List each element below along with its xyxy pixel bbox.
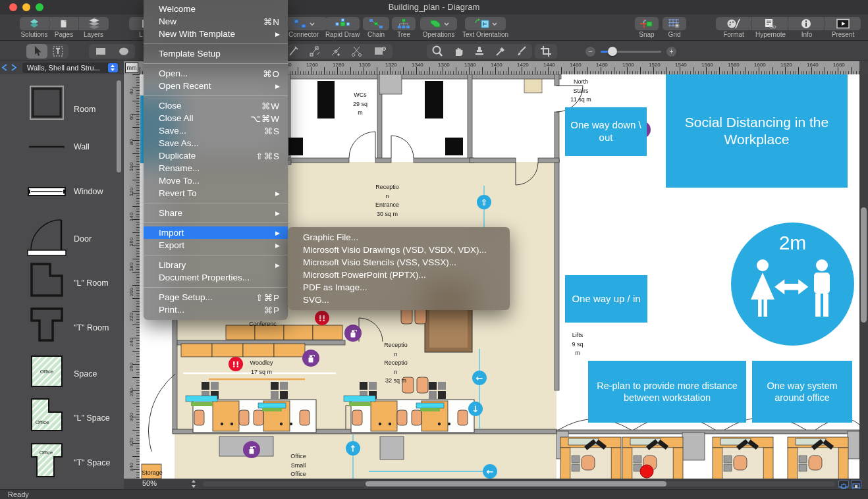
ellipse-tool[interactable] [112, 44, 135, 59]
hypernote-button[interactable] [752, 17, 788, 30]
zoom-slider-thumb[interactable] [608, 47, 617, 56]
label-reception-entrance: Receptio n Entrance 30 sq m [367, 183, 408, 219]
text-tool[interactable] [47, 44, 68, 59]
magnifier-icon [431, 45, 444, 58]
menu-item-export[interactable]: Export▶ [144, 239, 288, 251]
library-back-button[interactable] [0, 62, 9, 74]
menu-item-document-properties[interactable]: Document Properties... [144, 271, 288, 284]
submenu-item-graphic-file[interactable]: Graphic File... [288, 231, 510, 244]
pan-tool[interactable] [448, 44, 469, 59]
zoom-out-button[interactable]: − [585, 47, 595, 57]
menu-item-share[interactable]: Share▶ [144, 207, 288, 219]
menu-item-revert-to[interactable]: Revert To▶ [144, 187, 288, 199]
grid-button[interactable] [663, 17, 686, 30]
page-fit-button[interactable] [851, 480, 861, 488]
zoom-level-value[interactable]: 50% [142, 479, 157, 487]
rectangle-tool[interactable] [89, 44, 112, 59]
menu-item-library[interactable]: Library▶ [144, 259, 288, 271]
info-button[interactable] [788, 17, 825, 30]
solutions-button[interactable] [20, 17, 49, 30]
svg-text:Office: Office [40, 450, 53, 456]
menu-item-save[interactable]: Save...⌘S [144, 124, 288, 137]
menu-item-open[interactable]: Open...⌘O [144, 67, 288, 80]
scissors-icon [350, 45, 364, 58]
sign-one-way-down[interactable]: One way down \ out [565, 107, 647, 156]
sign-replan[interactable]: Re-plan to provide more distance between… [588, 361, 746, 423]
scissors-tool[interactable] [346, 44, 367, 59]
sign-one-way-system[interactable]: One way system around office [752, 361, 852, 423]
chain-label: Chain [367, 31, 385, 38]
submenu-item-visio-drawings[interactable]: Microsoft Visio Drawings (VSD, VSDX, VDX… [288, 244, 510, 256]
operations-button[interactable] [420, 17, 457, 30]
menu-item-import[interactable]: Import▶ [144, 226, 288, 239]
ruler-unit[interactable]: mm [125, 63, 138, 73]
submenu-arrow-icon: ▶ [275, 190, 280, 197]
submenu-arrow-icon: ▶ [275, 242, 280, 249]
menu-item-template-setup[interactable]: Template Setup [144, 47, 288, 60]
chevron-down-icon [310, 22, 315, 26]
menu-item-close[interactable]: Close⌘W [144, 99, 288, 112]
library-panel-header: Walls, Shell and Stru... [0, 61, 124, 74]
menu-item-rename[interactable]: Rename... [144, 162, 288, 174]
menu-item-save-as[interactable]: Save As... [144, 137, 288, 149]
add-point-tool[interactable] [325, 44, 346, 59]
menu-item-duplicate[interactable]: Duplicate⇧⌘S [144, 149, 288, 162]
zoom-tool[interactable] [427, 44, 448, 59]
stamp-tool[interactable] [469, 44, 490, 59]
stamp-icon [473, 45, 486, 58]
pages-label: Pages [55, 31, 73, 38]
submenu-item-powerpoint[interactable]: Microsoft PowerPoint (PPTX)... [288, 269, 510, 281]
sign-social-distancing[interactable]: Social Distancing in the Workplace [666, 74, 848, 188]
zoom-in-button[interactable]: + [666, 47, 676, 57]
menu-item-new[interactable]: New⌘N [144, 15, 288, 28]
operations-icon [429, 18, 442, 29]
vertical-scrollbar-thumb[interactable] [861, 207, 867, 323]
pointer-tool[interactable] [26, 44, 47, 59]
grid-icon [667, 18, 682, 29]
snap-button[interactable] [635, 17, 659, 30]
file-menu: Welcome New⌘N New With Template▶ Templat… [144, 0, 288, 320]
menu-item-open-recent[interactable]: Open Recent▶ [144, 80, 288, 92]
pages-button[interactable] [49, 17, 79, 30]
format-painter-tool[interactable] [511, 44, 532, 59]
menu-item-new-with-template[interactable]: New With Template▶ [144, 28, 288, 40]
library-forward-button[interactable] [9, 62, 18, 74]
menu-item-print[interactable]: Print...⌘P [144, 303, 288, 316]
menu-item-close-all[interactable]: Close All⌥⌘W [144, 112, 288, 124]
format-button[interactable] [716, 17, 752, 30]
shape-edit-tool[interactable] [367, 44, 393, 59]
menu-separator [144, 199, 288, 207]
svg-text:⇧: ⇧ [481, 197, 488, 207]
tree-button[interactable] [392, 17, 416, 30]
sign-2m-distance[interactable]: 2m [731, 223, 854, 346]
submenu-item-svg[interactable]: SVG... [288, 294, 510, 306]
ruler-vertical[interactable]: 4060801001201401601802002202402602803003… [124, 74, 140, 479]
horizontal-scrollbar[interactable] [203, 481, 835, 486]
chain-button[interactable] [363, 17, 389, 30]
edit-node-tool[interactable] [304, 44, 325, 59]
library-panel: Room Wall Window Door "L" Room "T" Room … [0, 74, 124, 489]
crop-tool[interactable] [535, 44, 557, 59]
menu-separator [144, 60, 288, 67]
rapid-draw-button[interactable] [325, 17, 360, 30]
vertical-scrollbar[interactable] [859, 74, 868, 479]
menu-item-page-setup[interactable]: Page Setup...⇧⌘P [144, 291, 288, 303]
eyedropper-tool[interactable] [490, 44, 511, 59]
menu-item-move-to[interactable]: Move To... [144, 174, 288, 187]
layers-button[interactable] [79, 17, 109, 30]
sign-one-way-up[interactable]: One way up / in [565, 275, 647, 323]
page-view-button[interactable] [838, 480, 849, 488]
text-orientation-button[interactable] [465, 17, 506, 30]
present-button[interactable] [825, 17, 861, 30]
horizontal-scrollbar-thumb[interactable] [366, 481, 666, 486]
menu-separator [144, 40, 288, 47]
crop-tool-group [535, 44, 557, 59]
library-select[interactable]: Walls, Shell and Stru... [22, 63, 119, 73]
zoom-level-stepper[interactable] [190, 480, 198, 488]
svg-text:←: ← [476, 373, 483, 383]
menu-item-welcome[interactable]: Welcome [144, 3, 288, 15]
library-scrollbar[interactable] [117, 80, 121, 172]
view-tool-group [427, 44, 532, 59]
submenu-item-pdf-as-image[interactable]: PDF as Image... [288, 281, 510, 294]
submenu-item-visio-stencils[interactable]: Microsoft Visio Stencils (VSS, VSSX)... [288, 256, 510, 269]
